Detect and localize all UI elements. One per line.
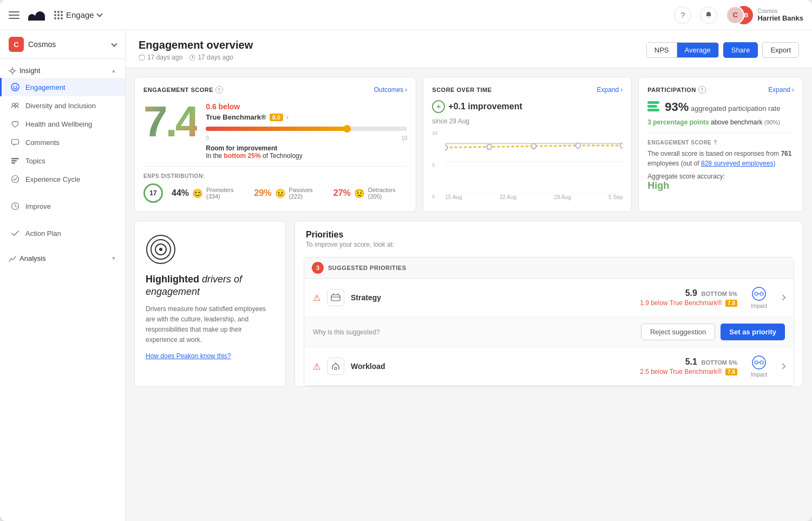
svg-point-26: [576, 143, 581, 148]
participation-expand-chevron: ›: [792, 86, 794, 94]
enps-circle: 17: [143, 183, 163, 203]
score-bar: [206, 127, 407, 131]
workload-score: 5.1 Bottom 5% 2.5 below True Benchmark® …: [640, 357, 737, 375]
sidebar-item-experience[interactable]: Experience Cycle: [0, 170, 125, 188]
eng-score-section: ENGAGEMENT SCORE ? The overall score is …: [647, 133, 794, 192]
how-link[interactable]: How does Peakon know this?: [146, 352, 231, 360]
menu-toggle[interactable]: [9, 11, 19, 19]
svg-point-9: [16, 103, 18, 106]
suggested-group: 3 SUGGESTED PRIORITIES ⚠ S: [304, 257, 794, 386]
logo: [28, 10, 45, 21]
impact-col-strategy[interactable]: Impact: [744, 286, 774, 309]
priority-actions: Reject suggestion Set as priority: [641, 324, 785, 340]
suggested-count: 3: [312, 262, 324, 274]
spark-icon: [9, 67, 16, 75]
highlighted-title: Highlighted drivers of engagement: [146, 273, 274, 299]
sidebar-item-improve[interactable]: Improve: [0, 197, 125, 215]
sidebar-item-action-plan[interactable]: Action Plan: [0, 224, 125, 242]
alert-icon-strategy: ⚠: [313, 293, 320, 303]
diversity-icon: [10, 101, 20, 110]
strategy-icon: [327, 289, 344, 306]
participation-rate-label: aggregated participation rate: [691, 104, 781, 113]
top-nav: Engage ? C HB Cosmos Harriet Banks: [0, 0, 812, 30]
share-button[interactable]: Share: [723, 42, 758, 58]
chevron-right-icon: ›: [405, 86, 407, 94]
impact-label-workload: Impact: [751, 372, 767, 378]
workload-chevron-icon[interactable]: [780, 363, 785, 369]
reject-button[interactable]: Reject suggestion: [641, 324, 715, 340]
sidebar-item-health[interactable]: Health and Wellbeing: [0, 115, 125, 133]
chart-x-labels: 15 Aug 22 Aug 29 Aug 5 Sep: [445, 194, 623, 200]
workload-name: Workload: [351, 362, 633, 371]
app-name: Engage: [66, 10, 94, 19]
enps-promoters: 44% 😊 Promoters (334): [172, 187, 246, 200]
svg-rect-40: [335, 367, 337, 370]
improvement-badge: + +0.1 improvement: [432, 100, 623, 113]
svg-point-23: [445, 145, 447, 150]
participation-title: PARTICIPATION ?: [647, 86, 706, 94]
strategy-name: Strategy: [351, 293, 633, 302]
dashboard-grid: ENGAGEMENT SCORE ? Outcomes › 7.4: [126, 68, 812, 395]
diversity-label: Diversity and Inclusion: [25, 102, 96, 110]
average-button[interactable]: Average: [677, 43, 718, 57]
comments-label: Comments: [25, 139, 60, 147]
export-button[interactable]: Export: [762, 42, 799, 58]
sidebar-section-header-analysis[interactable]: Analysis ▼: [0, 251, 125, 266]
notification-button[interactable]: [700, 6, 717, 24]
sidebar-section-insight: Insight ▲ Engagement Diversity and Inclu…: [0, 59, 125, 193]
eng-score-help-icon[interactable]: ?: [713, 140, 717, 146]
svg-rect-13: [11, 162, 15, 164]
enps-detractors: 27% 😟 Detractors (205): [333, 187, 408, 200]
suggested-group-header: 3 SUGGESTED PRIORITIES: [304, 258, 794, 279]
sidebar-item-topics[interactable]: Topics: [0, 151, 125, 170]
chart-svg: [445, 129, 623, 194]
participation-rate-row: 93% aggregated participation rate: [647, 100, 794, 114]
sidebar-item-comments[interactable]: Comments: [0, 133, 125, 151]
nps-button[interactable]: NPS: [647, 43, 677, 57]
participation-expand[interactable]: Expand ›: [768, 86, 794, 94]
strategy-chevron-icon[interactable]: [780, 294, 785, 300]
surveyed-link[interactable]: 828 surveyed employees): [701, 160, 775, 167]
impact-col-workload[interactable]: Impact: [744, 355, 774, 378]
meta-date: 17 days ago: [139, 54, 182, 61]
improvement-since: since 29 Aug: [432, 117, 623, 125]
score-below: 0.6 below: [206, 102, 407, 111]
benchmark-chevron: ›: [286, 114, 289, 121]
org-selector[interactable]: C Cosmos: [0, 30, 125, 59]
help-button[interactable]: ?: [674, 6, 691, 24]
target-icon: [146, 234, 176, 265]
participation-pct: 93%: [665, 100, 689, 114]
app-selector[interactable]: Engage: [54, 10, 102, 19]
outcomes-link[interactable]: Outcomes ›: [374, 86, 408, 94]
accuracy-label: Aggregate score accuracy:: [647, 173, 794, 180]
svg-rect-11: [11, 158, 19, 160]
why-suggested[interactable]: Why is this suggested?: [313, 328, 379, 336]
svg-point-42: [755, 361, 758, 364]
svg-rect-16: [139, 55, 145, 60]
set-priority-button[interactable]: Set as priority: [721, 324, 785, 340]
insight-chevron: ▲: [111, 68, 116, 74]
score-benchmark: True Benchmark® 8.0 ›: [206, 113, 407, 121]
svg-point-6: [14, 86, 15, 87]
room-improvement: Room for improvement In the bottom 25% o…: [206, 144, 407, 160]
accuracy-value: High: [647, 180, 794, 192]
engagement-icon: [10, 82, 20, 92]
avatar-c: C: [726, 6, 744, 24]
engagement-card-title: ENGAGEMENT SCORE ?: [143, 86, 223, 94]
sidebar-item-engagement[interactable]: Engagement: [0, 78, 125, 96]
passives-emoji: 😐: [275, 188, 286, 199]
sidebar-item-diversity[interactable]: Diversity and Inclusion: [0, 96, 125, 115]
expand-chevron-icon: ›: [620, 86, 623, 94]
page-title: Engagement overview: [139, 39, 253, 51]
org-chevron-icon: [111, 41, 117, 47]
page-meta: 17 days ago 17 days ago: [139, 54, 253, 61]
sidebar-section-header-insight[interactable]: Insight ▲: [0, 63, 125, 78]
score-time-expand[interactable]: Expand ›: [597, 86, 623, 94]
help-icon[interactable]: ?: [215, 86, 223, 94]
user-avatar[interactable]: C HB Cosmos Harriet Banks: [726, 6, 803, 24]
participation-help-icon[interactable]: ?: [698, 86, 706, 94]
impact-icon: [751, 286, 767, 301]
svg-rect-10: [12, 140, 19, 144]
sidebar-section-improve: Improve: [0, 193, 125, 220]
engagement-label: Engagement: [25, 83, 66, 91]
